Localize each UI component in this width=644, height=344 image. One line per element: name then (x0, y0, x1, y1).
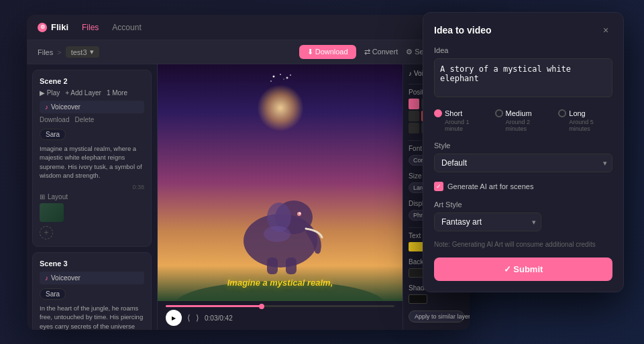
grid-icon: ⊞ (40, 193, 45, 200)
style-label: Style (434, 141, 612, 150)
pos-cell-bl[interactable] (409, 123, 419, 133)
art-style-label: Art Style (434, 200, 612, 209)
scene-play-btn[interactable]: ▶ Play (40, 89, 60, 97)
app-logo: ⚙ Fliki (38, 22, 68, 32)
logo-icon: ⚙ (38, 23, 47, 32)
scene-add-layer-btn[interactable]: + Add Layer (65, 89, 101, 97)
breadcrumb-current[interactable]: test3 ▾ (66, 46, 99, 58)
speaker-tag-3[interactable]: Sara (40, 288, 66, 300)
skip-back-icon[interactable]: ⟨ (187, 313, 191, 323)
skip-forward-icon[interactable]: ⟩ (196, 313, 199, 323)
main-content: Scene 2 ▶ Play + Add Layer 1 More ♪ Voic… (27, 64, 470, 330)
add-scene-icon[interactable]: + (40, 226, 53, 239)
speaker-tag-2[interactable]: Sara (40, 129, 66, 140)
style-section: Style Default Cinematic Documentary (434, 141, 612, 172)
mic-icon-panel: ♪ (409, 70, 412, 77)
nav-files[interactable]: Files (82, 23, 99, 32)
voiceover-delete-btn[interactable]: Delete (74, 116, 94, 123)
chevron-down-icon: ▾ (90, 48, 94, 56)
idea-section: Idea A story of a mystical white elephan… (434, 46, 612, 100)
generate-ai-row[interactable]: ✓ Generate AI art for scenes (434, 182, 612, 191)
style-select[interactable]: Default Cinematic Documentary (434, 154, 612, 172)
art-style-select-wrapper: Fantasy art Realistic Anime Watercolor (434, 213, 541, 231)
progress-fill (166, 305, 262, 307)
pos-cell-ml[interactable] (409, 111, 419, 121)
scene-card-2: Scene 2 ▶ Play + Add Layer 1 More ♪ Voic… (32, 70, 152, 247)
scene-text-3: In the heart of the jungle, he roams fre… (40, 304, 144, 330)
layout-thumb-2[interactable] (40, 203, 64, 222)
svg-point-12 (299, 213, 301, 215)
voiceover-tag-3: ♪ Voiceover (40, 272, 144, 284)
dialog-title: Idea to video (434, 25, 492, 36)
scene-voiceover-actions: Download Delete (40, 116, 144, 123)
radio-long-sublabel: Around 5 minutes (558, 119, 612, 132)
scene-timer-2: 0:38 (40, 184, 144, 190)
controls-row: ▶ ⟨ ⟩ 0:03/0:42 (166, 310, 394, 326)
elephant-image (227, 180, 334, 274)
scene-controls-2: ▶ Play + Add Layer 1 More (40, 89, 144, 97)
svg-point-0 (272, 76, 274, 78)
svg-point-5 (283, 78, 284, 80)
voiceover-download-btn[interactable]: Download (40, 116, 69, 123)
scenes-panel: Scene 2 ▶ Play + Add Layer 1 More ♪ Voic… (27, 64, 158, 330)
convert-button[interactable]: ⇄ Convert (364, 48, 398, 56)
video-subtitle: Imagine a mystical realm, (227, 278, 333, 288)
scene-text-2: Imagine a mystical realm, where a majest… (40, 144, 144, 180)
toolbar: Files > test3 ▾ ⬇ Download ⇄ Convert ⚙ S… (27, 40, 470, 64)
radio-long-label: Long (569, 109, 585, 117)
radio-short[interactable]: Short Around 1 minute (434, 109, 486, 132)
credits-note: Note: Generating AI Art will consume add… (434, 241, 612, 248)
svg-point-1 (280, 74, 281, 75)
generate-ai-checkbox[interactable]: ✓ (434, 182, 443, 191)
dialog-close-button[interactable]: × (599, 23, 612, 37)
svg-point-4 (290, 74, 291, 76)
video-controls: ▶ ⟨ ⟩ 0:03/0:42 (158, 301, 402, 330)
radio-short-label: Short (445, 109, 462, 117)
video-background: Imagine a mystical realm, (158, 64, 402, 301)
radio-long[interactable]: Long Around 5 minutes (558, 109, 612, 132)
style-select-wrapper: Default Cinematic Documentary (434, 154, 612, 172)
play-button[interactable]: ▶ (166, 310, 182, 326)
layout-section-2: ⊞ Layout (40, 193, 144, 222)
layout-label-2: ⊞ Layout (40, 193, 144, 200)
apply-similar-button[interactable]: Apply to similar layers (409, 310, 464, 323)
video-canvas: Imagine a mystical realm, (158, 64, 402, 301)
idea-to-video-dialog: Idea to video × Idea A story of a mystic… (423, 12, 624, 292)
duration-section: Short Around 1 minute Medium Around 2 mi… (434, 109, 612, 132)
submit-button[interactable]: ✓ Submit (434, 257, 612, 281)
voiceover-tag-2: ♪ Voiceover (40, 101, 144, 113)
art-style-section: Art Style Fantasy art Realistic Anime Wa… (434, 200, 612, 231)
radio-short-sublabel: Around 1 minute (434, 119, 486, 132)
radio-medium-sublabel: Around 2 minutes (495, 119, 549, 132)
svg-point-13 (264, 226, 290, 242)
scene-title-3: Scene 3 (40, 260, 144, 268)
radio-short-circle (434, 109, 442, 117)
radio-medium-label: Medium (506, 109, 532, 117)
nav-account[interactable]: Account (112, 23, 141, 32)
pos-cell-tl[interactable] (409, 99, 419, 109)
breadcrumb-files[interactable]: Files (38, 48, 53, 56)
generate-ai-label: Generate AI art for scenes (447, 182, 533, 190)
logo-text: Fliki (51, 22, 68, 32)
idea-textarea[interactable]: A story of a mystical white elephant (434, 58, 612, 97)
time-display: 0:03/0:42 (205, 314, 233, 322)
progress-thumb (259, 304, 264, 309)
generate-ai-section: ✓ Generate AI art for scenes (434, 182, 612, 191)
shadow-color-swatch[interactable] (409, 294, 427, 304)
scene-more-btn[interactable]: 1 More (107, 89, 127, 97)
radio-long-circle (558, 109, 566, 117)
scene-title-2: Scene 2 (40, 77, 144, 85)
video-area: Imagine a mystical realm, ▶ ⟨ ⟩ 0:03/0:4… (158, 64, 402, 330)
download-button[interactable]: ⬇ Download (299, 45, 356, 59)
duration-radio-group: Short Around 1 minute Medium Around 2 mi… (434, 109, 612, 132)
progress-bar[interactable] (166, 305, 394, 307)
scene-card-3: Scene 3 ♪ Voiceover Sara In the heart of… (32, 252, 152, 330)
mic-icon-3: ♪ (45, 274, 48, 282)
art-style-select[interactable]: Fantasy art Realistic Anime Watercolor (434, 213, 541, 231)
breadcrumb-sep: > (57, 48, 61, 56)
radio-medium[interactable]: Medium Around 2 minutes (495, 109, 549, 132)
svg-point-2 (286, 77, 288, 79)
idea-label: Idea (434, 46, 612, 54)
svg-point-3 (270, 80, 272, 82)
mic-icon: ♪ (45, 103, 48, 111)
